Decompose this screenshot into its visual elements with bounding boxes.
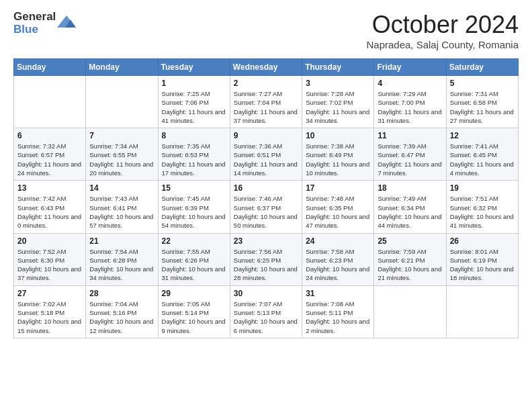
day-number: 27 (17, 289, 82, 298)
calendar-cell: 24Sunrise: 7:58 AM Sunset: 6:23 PM Dayli… (302, 233, 374, 285)
day-info: Sunrise: 7:07 AM Sunset: 5:13 PM Dayligh… (234, 300, 298, 335)
calendar-cell: 6Sunrise: 7:32 AM Sunset: 6:57 PM Daylig… (14, 128, 86, 181)
logo: General Blue (13, 11, 76, 36)
day-info: Sunrise: 7:31 AM Sunset: 6:58 PM Dayligh… (450, 89, 515, 125)
day-number: 6 (17, 131, 82, 140)
calendar-week-1: 1Sunrise: 7:25 AM Sunset: 7:06 PM Daylig… (14, 76, 519, 128)
day-info: Sunrise: 7:48 AM Sunset: 6:35 PM Dayligh… (306, 194, 370, 230)
day-number: 10 (306, 131, 370, 140)
day-number: 12 (450, 131, 515, 140)
day-info: Sunrise: 7:43 AM Sunset: 6:41 PM Dayligh… (89, 194, 154, 230)
calendar-cell: 18Sunrise: 7:49 AM Sunset: 6:34 PM Dayli… (374, 181, 446, 233)
day-info: Sunrise: 7:27 AM Sunset: 7:04 PM Dayligh… (234, 89, 298, 125)
calendar-cell (446, 285, 518, 338)
day-header-saturday: Saturday (446, 59, 518, 76)
calendar-cell: 14Sunrise: 7:43 AM Sunset: 6:41 PM Dayli… (86, 181, 158, 233)
logo-general: General (13, 11, 56, 24)
calendar-cell: 19Sunrise: 7:51 AM Sunset: 6:32 PM Dayli… (446, 181, 518, 233)
day-number: 1 (162, 79, 226, 88)
day-header-friday: Friday (374, 59, 446, 76)
day-info: Sunrise: 7:05 AM Sunset: 5:14 PM Dayligh… (162, 300, 226, 335)
calendar-week-2: 6Sunrise: 7:32 AM Sunset: 6:57 PM Daylig… (14, 128, 519, 181)
day-info: Sunrise: 7:41 AM Sunset: 6:45 PM Dayligh… (450, 142, 515, 177)
day-info: Sunrise: 7:28 AM Sunset: 7:02 PM Dayligh… (306, 89, 370, 125)
day-number: 25 (378, 236, 442, 246)
calendar-cell: 26Sunrise: 8:01 AM Sunset: 6:19 PM Dayli… (446, 233, 518, 285)
day-number: 22 (162, 236, 226, 246)
calendar-cell: 1Sunrise: 7:25 AM Sunset: 7:06 PM Daylig… (158, 76, 230, 128)
calendar-cell (86, 76, 158, 128)
calendar-cell: 7Sunrise: 7:34 AM Sunset: 6:55 PM Daylig… (86, 128, 158, 181)
day-info: Sunrise: 7:34 AM Sunset: 6:55 PM Dayligh… (89, 142, 154, 177)
day-info: Sunrise: 7:51 AM Sunset: 6:32 PM Dayligh… (450, 194, 515, 230)
day-info: Sunrise: 7:59 AM Sunset: 6:21 PM Dayligh… (378, 247, 442, 283)
day-header-sunday: Sunday (14, 59, 86, 76)
calendar-cell: 3Sunrise: 7:28 AM Sunset: 7:02 PM Daylig… (302, 76, 374, 128)
logo-text: General Blue (13, 11, 56, 36)
day-info: Sunrise: 7:08 AM Sunset: 5:11 PM Dayligh… (306, 300, 370, 335)
calendar-cell: 2Sunrise: 7:27 AM Sunset: 7:04 PM Daylig… (230, 76, 302, 128)
day-number: 14 (89, 183, 154, 193)
calendar-cell: 17Sunrise: 7:48 AM Sunset: 6:35 PM Dayli… (302, 181, 374, 233)
day-info: Sunrise: 7:46 AM Sunset: 6:37 PM Dayligh… (234, 194, 298, 230)
calendar-week-3: 13Sunrise: 7:42 AM Sunset: 6:43 PM Dayli… (14, 181, 519, 233)
title-area: October 2024 Napradea, Salaj County, Rom… (366, 11, 519, 50)
day-info: Sunrise: 7:25 AM Sunset: 7:06 PM Dayligh… (162, 89, 226, 125)
calendar-cell: 20Sunrise: 7:52 AM Sunset: 6:30 PM Dayli… (14, 233, 86, 285)
calendar-table: SundayMondayTuesdayWednesdayThursdayFrid… (13, 58, 519, 338)
calendar-cell: 29Sunrise: 7:05 AM Sunset: 5:14 PM Dayli… (158, 285, 230, 338)
day-header-thursday: Thursday (302, 59, 374, 76)
calendar-cell: 30Sunrise: 7:07 AM Sunset: 5:13 PM Dayli… (230, 285, 302, 338)
day-number: 7 (89, 131, 154, 140)
day-number: 31 (306, 289, 370, 298)
logo-blue: Blue (13, 24, 56, 36)
day-info: Sunrise: 7:39 AM Sunset: 6:47 PM Dayligh… (378, 142, 442, 177)
day-number: 26 (450, 236, 515, 246)
day-header-wednesday: Wednesday (230, 59, 302, 76)
day-number: 23 (234, 236, 298, 246)
day-info: Sunrise: 7:45 AM Sunset: 6:39 PM Dayligh… (162, 194, 226, 230)
day-info: Sunrise: 7:36 AM Sunset: 6:51 PM Dayligh… (234, 142, 298, 177)
day-number: 11 (378, 131, 442, 140)
day-number: 16 (234, 183, 298, 193)
calendar-cell (14, 76, 86, 128)
day-info: Sunrise: 7:55 AM Sunset: 6:26 PM Dayligh… (162, 247, 226, 283)
calendar-cell: 27Sunrise: 7:02 AM Sunset: 5:18 PM Dayli… (14, 285, 86, 338)
day-number: 3 (306, 79, 370, 88)
calendar-cell: 21Sunrise: 7:54 AM Sunset: 6:28 PM Dayli… (86, 233, 158, 285)
calendar-cell: 13Sunrise: 7:42 AM Sunset: 6:43 PM Dayli… (14, 181, 86, 233)
day-number: 24 (306, 236, 370, 246)
day-info: Sunrise: 7:29 AM Sunset: 7:00 PM Dayligh… (378, 89, 442, 125)
location: Napradea, Salaj County, Romania (366, 39, 519, 50)
day-info: Sunrise: 7:49 AM Sunset: 6:34 PM Dayligh… (378, 194, 442, 230)
calendar-cell: 10Sunrise: 7:38 AM Sunset: 6:49 PM Dayli… (302, 128, 374, 181)
calendar-cell: 4Sunrise: 7:29 AM Sunset: 7:00 PM Daylig… (374, 76, 446, 128)
day-number: 15 (162, 183, 226, 193)
header-row: SundayMondayTuesdayWednesdayThursdayFrid… (14, 59, 519, 76)
calendar-cell: 22Sunrise: 7:55 AM Sunset: 6:26 PM Dayli… (158, 233, 230, 285)
day-number: 2 (234, 79, 298, 88)
calendar-cell: 16Sunrise: 7:46 AM Sunset: 6:37 PM Dayli… (230, 181, 302, 233)
calendar-cell (374, 285, 446, 338)
day-number: 21 (89, 236, 154, 246)
day-number: 8 (162, 131, 226, 140)
calendar-header: SundayMondayTuesdayWednesdayThursdayFrid… (14, 59, 519, 76)
day-number: 5 (450, 79, 515, 88)
day-number: 4 (378, 79, 442, 88)
day-info: Sunrise: 7:56 AM Sunset: 6:25 PM Dayligh… (234, 247, 298, 283)
day-info: Sunrise: 7:02 AM Sunset: 5:18 PM Dayligh… (17, 300, 82, 335)
calendar-cell: 31Sunrise: 7:08 AM Sunset: 5:11 PM Dayli… (302, 285, 374, 338)
day-header-monday: Monday (86, 59, 158, 76)
day-info: Sunrise: 7:04 AM Sunset: 5:16 PM Dayligh… (89, 300, 154, 335)
day-number: 18 (378, 183, 442, 193)
day-header-tuesday: Tuesday (158, 59, 230, 76)
day-number: 30 (234, 289, 298, 298)
day-number: 28 (89, 289, 154, 298)
day-number: 20 (17, 236, 82, 246)
day-info: Sunrise: 7:38 AM Sunset: 6:49 PM Dayligh… (306, 142, 370, 177)
day-info: Sunrise: 7:35 AM Sunset: 6:53 PM Dayligh… (162, 142, 226, 177)
day-number: 13 (17, 183, 82, 193)
day-info: Sunrise: 8:01 AM Sunset: 6:19 PM Dayligh… (450, 247, 515, 283)
calendar-cell: 9Sunrise: 7:36 AM Sunset: 6:51 PM Daylig… (230, 128, 302, 181)
month-title: October 2024 (366, 11, 519, 39)
